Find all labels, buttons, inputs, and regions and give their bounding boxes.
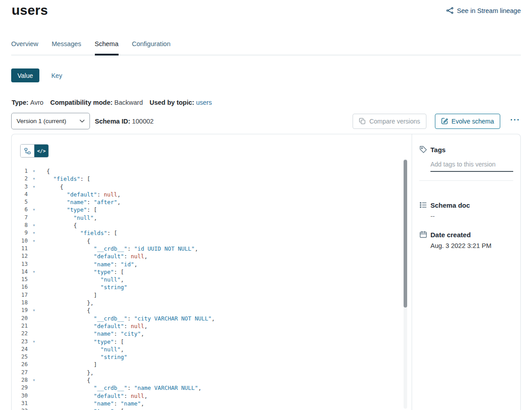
collapse-arrow-placeholder (30, 198, 38, 206)
code-line: 19▾ { (12, 307, 412, 314)
compare-versions-button[interactable]: Compare versions (353, 114, 426, 129)
code-text: "type": [ (47, 268, 124, 276)
collapse-arrow-icon[interactable]: ▾ (30, 338, 38, 346)
collapse-arrow-icon[interactable]: ▾ (30, 167, 38, 175)
line-number: 17 (12, 291, 28, 299)
code-line: 27 }, (12, 369, 412, 376)
topic-link[interactable]: users (196, 99, 212, 106)
code-line: 28▾ { (12, 376, 412, 384)
code-line: 10▾ { (12, 237, 412, 245)
collapse-arrow-placeholder (30, 346, 38, 353)
collapse-arrow-icon[interactable]: ▾ (30, 407, 38, 410)
tags-section-header: Tags (419, 145, 513, 154)
tab-overview[interactable]: Overview (11, 40, 38, 55)
line-number: 21 (12, 322, 28, 330)
schema-meta-row: Type:Avro Compatibility mode:Backward Us… (12, 99, 212, 106)
value-toggle-button[interactable]: Value (11, 68, 39, 82)
collapse-arrow-placeholder (30, 252, 38, 260)
collapse-arrow-icon[interactable]: ▾ (30, 175, 38, 183)
code-text: { (47, 307, 90, 314)
collapse-arrow-icon[interactable]: ▾ (30, 229, 38, 237)
chevron-down-icon (80, 120, 85, 123)
code-line: 29 "__crdb__": "name VARCHAR NULL", (12, 384, 412, 392)
code-line: 22 "name": "city", (12, 330, 412, 337)
collapse-arrow-icon[interactable]: ▾ (30, 222, 38, 229)
line-number: 11 (12, 245, 28, 252)
code-lines: 1▾{2▾ "fields": [3▾ {4 "default": null,5… (12, 167, 412, 410)
line-number: 8 (12, 222, 28, 229)
line-number: 23 (12, 338, 28, 346)
collapse-arrow-placeholder (30, 291, 38, 299)
code-text: { (47, 167, 50, 175)
code-text: "__crdb__": "name VARCHAR NULL", (47, 384, 201, 392)
line-number: 10 (12, 237, 28, 245)
scrollbar-thumb[interactable] (404, 160, 407, 308)
collapse-arrow-icon[interactable]: ▾ (30, 237, 38, 245)
schema-id: Schema ID:100002 (95, 118, 153, 125)
line-number: 27 (12, 369, 28, 376)
code-line: 7 "null", (12, 214, 412, 222)
more-options-button[interactable]: ⋯ (509, 115, 521, 128)
line-number: 1 (12, 167, 28, 175)
code-text: "null", (47, 346, 124, 353)
tree-view-button[interactable] (21, 145, 34, 157)
collapse-arrow-icon[interactable]: ▾ (30, 268, 38, 276)
collapse-arrow-placeholder (30, 330, 38, 337)
code-text: "type": [ (47, 206, 97, 214)
code-line: 12 "default": null, (12, 252, 412, 260)
tab-schema[interactable]: Schema (95, 40, 119, 56)
code-text: ] (47, 291, 97, 299)
code-text: { (47, 183, 64, 191)
date-created-section-header: Date created (419, 231, 513, 239)
line-number: 22 (12, 330, 28, 337)
code-text: "name": "after", (47, 198, 121, 206)
code-text: "fields": [ (47, 229, 117, 237)
tree-view-icon (24, 148, 31, 154)
collapse-arrow-placeholder (30, 361, 38, 368)
line-number: 29 (12, 384, 28, 392)
code-line: 9▾ "fields": [ (12, 229, 412, 237)
tab-bar: Overview Messages Schema Configuration (11, 40, 521, 56)
line-number: 28 (12, 376, 28, 384)
line-number: 9 (12, 229, 28, 237)
add-tags-input[interactable] (430, 159, 513, 172)
code-line: 26 ] (12, 361, 412, 368)
code-text: "type": [ (47, 338, 124, 346)
code-line: 11 "__crdb__": "id UUID NOT NULL", (12, 245, 412, 252)
version-select[interactable]: Version 1 (current) (11, 113, 90, 129)
code-text: ] (47, 361, 97, 368)
key-toggle-link[interactable]: Key (51, 72, 62, 79)
collapse-arrow-icon[interactable]: ▾ (30, 206, 38, 214)
date-created-icon (419, 231, 427, 239)
tags-title: Tags (430, 146, 446, 154)
code-line: 18 }, (12, 299, 412, 307)
editor-view-toggle: </> (20, 144, 49, 158)
compatibility-mode: Compatibility mode:Backward (50, 99, 143, 106)
tab-messages[interactable]: Messages (51, 40, 81, 55)
schema-doc-title: Schema doc (430, 201, 470, 209)
line-number: 16 (12, 283, 28, 291)
code-text: { (47, 237, 90, 245)
compare-versions-icon (359, 118, 366, 124)
schema-actions: Compare versions Evolve schema ⋯ (353, 114, 521, 129)
line-number: 18 (12, 299, 28, 307)
schema-sidebar: Tags Schema doc -- Date created (412, 134, 520, 410)
collapse-arrow-placeholder (30, 191, 38, 198)
tab-configuration[interactable]: Configuration (132, 40, 170, 55)
date-created-title: Date created (430, 231, 471, 239)
collapse-arrow-icon[interactable]: ▾ (30, 376, 38, 384)
evolve-schema-button[interactable]: Evolve schema (435, 114, 500, 129)
editor-scrollbar[interactable] (404, 159, 407, 409)
code-line: 5 "name": "after", (12, 198, 412, 206)
code-line: 4 "default": null, (12, 191, 412, 198)
collapse-arrow-placeholder (30, 283, 38, 291)
collapse-arrow-icon[interactable]: ▾ (30, 183, 38, 191)
collapse-arrow-placeholder (30, 276, 38, 283)
line-number: 6 (12, 206, 28, 214)
line-number: 20 (12, 315, 28, 322)
stream-lineage-link[interactable]: See in Stream lineage (446, 7, 521, 14)
collapse-arrow-icon[interactable]: ▾ (30, 307, 38, 314)
code-line: 15 "null", (12, 276, 412, 283)
code-line: 32▾ "type": [ (12, 407, 412, 410)
code-view-button[interactable]: </> (34, 145, 48, 157)
